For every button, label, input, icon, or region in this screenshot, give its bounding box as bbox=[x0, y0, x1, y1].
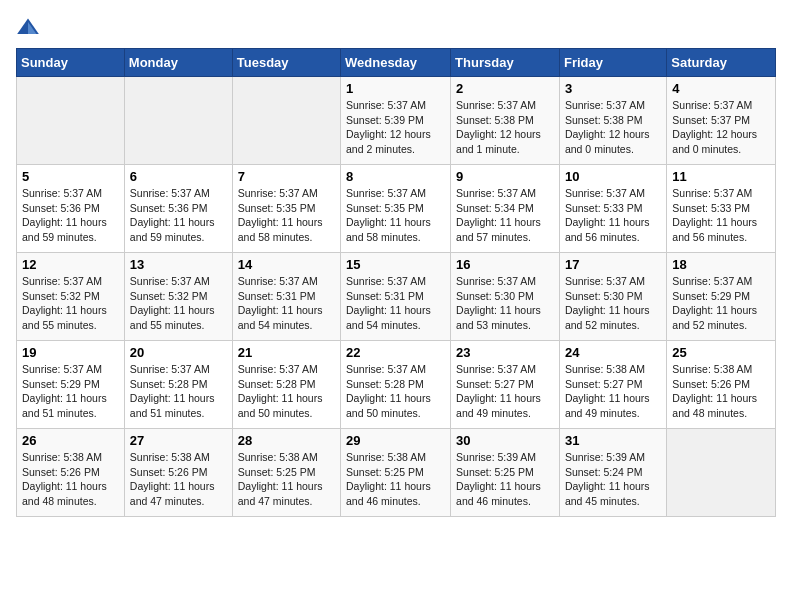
week-row-3: 12Sunrise: 5:37 AM Sunset: 5:32 PM Dayli… bbox=[17, 253, 776, 341]
week-row-5: 26Sunrise: 5:38 AM Sunset: 5:26 PM Dayli… bbox=[17, 429, 776, 517]
day-number: 19 bbox=[22, 345, 119, 360]
calendar-cell: 5Sunrise: 5:37 AM Sunset: 5:36 PM Daylig… bbox=[17, 165, 125, 253]
day-info: Sunrise: 5:37 AM Sunset: 5:31 PM Dayligh… bbox=[346, 274, 445, 333]
calendar-cell: 23Sunrise: 5:37 AM Sunset: 5:27 PM Dayli… bbox=[451, 341, 560, 429]
calendar-cell: 30Sunrise: 5:39 AM Sunset: 5:25 PM Dayli… bbox=[451, 429, 560, 517]
calendar-cell: 24Sunrise: 5:38 AM Sunset: 5:27 PM Dayli… bbox=[559, 341, 666, 429]
day-number: 17 bbox=[565, 257, 661, 272]
day-info: Sunrise: 5:37 AM Sunset: 5:37 PM Dayligh… bbox=[672, 98, 770, 157]
day-number: 29 bbox=[346, 433, 445, 448]
calendar-cell: 18Sunrise: 5:37 AM Sunset: 5:29 PM Dayli… bbox=[667, 253, 776, 341]
day-info: Sunrise: 5:38 AM Sunset: 5:26 PM Dayligh… bbox=[672, 362, 770, 421]
day-info: Sunrise: 5:37 AM Sunset: 5:35 PM Dayligh… bbox=[346, 186, 445, 245]
calendar-cell: 8Sunrise: 5:37 AM Sunset: 5:35 PM Daylig… bbox=[341, 165, 451, 253]
calendar-cell: 14Sunrise: 5:37 AM Sunset: 5:31 PM Dayli… bbox=[232, 253, 340, 341]
calendar-cell: 29Sunrise: 5:38 AM Sunset: 5:25 PM Dayli… bbox=[341, 429, 451, 517]
day-number: 7 bbox=[238, 169, 335, 184]
calendar-cell: 12Sunrise: 5:37 AM Sunset: 5:32 PM Dayli… bbox=[17, 253, 125, 341]
day-header-thursday: Thursday bbox=[451, 49, 560, 77]
day-info: Sunrise: 5:37 AM Sunset: 5:28 PM Dayligh… bbox=[346, 362, 445, 421]
day-number: 15 bbox=[346, 257, 445, 272]
day-info: Sunrise: 5:37 AM Sunset: 5:32 PM Dayligh… bbox=[130, 274, 227, 333]
calendar-cell: 19Sunrise: 5:37 AM Sunset: 5:29 PM Dayli… bbox=[17, 341, 125, 429]
day-info: Sunrise: 5:38 AM Sunset: 5:26 PM Dayligh… bbox=[130, 450, 227, 509]
day-info: Sunrise: 5:37 AM Sunset: 5:33 PM Dayligh… bbox=[672, 186, 770, 245]
calendar-cell: 25Sunrise: 5:38 AM Sunset: 5:26 PM Dayli… bbox=[667, 341, 776, 429]
day-info: Sunrise: 5:37 AM Sunset: 5:32 PM Dayligh… bbox=[22, 274, 119, 333]
day-number: 6 bbox=[130, 169, 227, 184]
calendar-cell: 26Sunrise: 5:38 AM Sunset: 5:26 PM Dayli… bbox=[17, 429, 125, 517]
day-number: 27 bbox=[130, 433, 227, 448]
day-number: 11 bbox=[672, 169, 770, 184]
logo bbox=[16, 16, 44, 40]
day-info: Sunrise: 5:38 AM Sunset: 5:25 PM Dayligh… bbox=[238, 450, 335, 509]
day-number: 12 bbox=[22, 257, 119, 272]
day-number: 3 bbox=[565, 81, 661, 96]
week-row-2: 5Sunrise: 5:37 AM Sunset: 5:36 PM Daylig… bbox=[17, 165, 776, 253]
week-row-1: 1Sunrise: 5:37 AM Sunset: 5:39 PM Daylig… bbox=[17, 77, 776, 165]
calendar-cell: 27Sunrise: 5:38 AM Sunset: 5:26 PM Dayli… bbox=[124, 429, 232, 517]
calendar-cell: 4Sunrise: 5:37 AM Sunset: 5:37 PM Daylig… bbox=[667, 77, 776, 165]
calendar-cell: 16Sunrise: 5:37 AM Sunset: 5:30 PM Dayli… bbox=[451, 253, 560, 341]
day-number: 5 bbox=[22, 169, 119, 184]
day-info: Sunrise: 5:37 AM Sunset: 5:36 PM Dayligh… bbox=[22, 186, 119, 245]
day-info: Sunrise: 5:37 AM Sunset: 5:36 PM Dayligh… bbox=[130, 186, 227, 245]
day-info: Sunrise: 5:37 AM Sunset: 5:38 PM Dayligh… bbox=[565, 98, 661, 157]
day-info: Sunrise: 5:37 AM Sunset: 5:29 PM Dayligh… bbox=[672, 274, 770, 333]
day-header-monday: Monday bbox=[124, 49, 232, 77]
day-info: Sunrise: 5:37 AM Sunset: 5:38 PM Dayligh… bbox=[456, 98, 554, 157]
calendar-cell bbox=[17, 77, 125, 165]
day-info: Sunrise: 5:37 AM Sunset: 5:30 PM Dayligh… bbox=[456, 274, 554, 333]
day-header-wednesday: Wednesday bbox=[341, 49, 451, 77]
day-number: 22 bbox=[346, 345, 445, 360]
logo-icon bbox=[16, 16, 40, 40]
day-number: 25 bbox=[672, 345, 770, 360]
day-info: Sunrise: 5:38 AM Sunset: 5:25 PM Dayligh… bbox=[346, 450, 445, 509]
calendar-table: SundayMondayTuesdayWednesdayThursdayFrid… bbox=[16, 48, 776, 517]
days-header-row: SundayMondayTuesdayWednesdayThursdayFrid… bbox=[17, 49, 776, 77]
day-number: 24 bbox=[565, 345, 661, 360]
day-info: Sunrise: 5:37 AM Sunset: 5:31 PM Dayligh… bbox=[238, 274, 335, 333]
calendar-cell: 21Sunrise: 5:37 AM Sunset: 5:28 PM Dayli… bbox=[232, 341, 340, 429]
day-number: 9 bbox=[456, 169, 554, 184]
calendar-cell: 3Sunrise: 5:37 AM Sunset: 5:38 PM Daylig… bbox=[559, 77, 666, 165]
week-row-4: 19Sunrise: 5:37 AM Sunset: 5:29 PM Dayli… bbox=[17, 341, 776, 429]
day-header-tuesday: Tuesday bbox=[232, 49, 340, 77]
calendar-cell bbox=[232, 77, 340, 165]
day-info: Sunrise: 5:37 AM Sunset: 5:39 PM Dayligh… bbox=[346, 98, 445, 157]
day-info: Sunrise: 5:37 AM Sunset: 5:29 PM Dayligh… bbox=[22, 362, 119, 421]
day-info: Sunrise: 5:37 AM Sunset: 5:28 PM Dayligh… bbox=[238, 362, 335, 421]
day-number: 8 bbox=[346, 169, 445, 184]
calendar-cell: 10Sunrise: 5:37 AM Sunset: 5:33 PM Dayli… bbox=[559, 165, 666, 253]
day-number: 1 bbox=[346, 81, 445, 96]
day-info: Sunrise: 5:39 AM Sunset: 5:25 PM Dayligh… bbox=[456, 450, 554, 509]
calendar-cell: 28Sunrise: 5:38 AM Sunset: 5:25 PM Dayli… bbox=[232, 429, 340, 517]
day-number: 26 bbox=[22, 433, 119, 448]
day-info: Sunrise: 5:39 AM Sunset: 5:24 PM Dayligh… bbox=[565, 450, 661, 509]
day-number: 2 bbox=[456, 81, 554, 96]
calendar-cell: 9Sunrise: 5:37 AM Sunset: 5:34 PM Daylig… bbox=[451, 165, 560, 253]
day-number: 31 bbox=[565, 433, 661, 448]
calendar-cell: 31Sunrise: 5:39 AM Sunset: 5:24 PM Dayli… bbox=[559, 429, 666, 517]
day-number: 20 bbox=[130, 345, 227, 360]
day-info: Sunrise: 5:37 AM Sunset: 5:34 PM Dayligh… bbox=[456, 186, 554, 245]
day-info: Sunrise: 5:38 AM Sunset: 5:27 PM Dayligh… bbox=[565, 362, 661, 421]
calendar-cell: 1Sunrise: 5:37 AM Sunset: 5:39 PM Daylig… bbox=[341, 77, 451, 165]
day-number: 14 bbox=[238, 257, 335, 272]
page-header bbox=[16, 16, 776, 40]
day-info: Sunrise: 5:38 AM Sunset: 5:26 PM Dayligh… bbox=[22, 450, 119, 509]
day-number: 4 bbox=[672, 81, 770, 96]
day-number: 23 bbox=[456, 345, 554, 360]
day-number: 10 bbox=[565, 169, 661, 184]
day-number: 28 bbox=[238, 433, 335, 448]
calendar-cell: 11Sunrise: 5:37 AM Sunset: 5:33 PM Dayli… bbox=[667, 165, 776, 253]
day-number: 16 bbox=[456, 257, 554, 272]
calendar-cell bbox=[124, 77, 232, 165]
day-header-friday: Friday bbox=[559, 49, 666, 77]
calendar-cell: 6Sunrise: 5:37 AM Sunset: 5:36 PM Daylig… bbox=[124, 165, 232, 253]
calendar-cell: 15Sunrise: 5:37 AM Sunset: 5:31 PM Dayli… bbox=[341, 253, 451, 341]
calendar-cell: 20Sunrise: 5:37 AM Sunset: 5:28 PM Dayli… bbox=[124, 341, 232, 429]
day-number: 18 bbox=[672, 257, 770, 272]
day-info: Sunrise: 5:37 AM Sunset: 5:27 PM Dayligh… bbox=[456, 362, 554, 421]
day-info: Sunrise: 5:37 AM Sunset: 5:30 PM Dayligh… bbox=[565, 274, 661, 333]
